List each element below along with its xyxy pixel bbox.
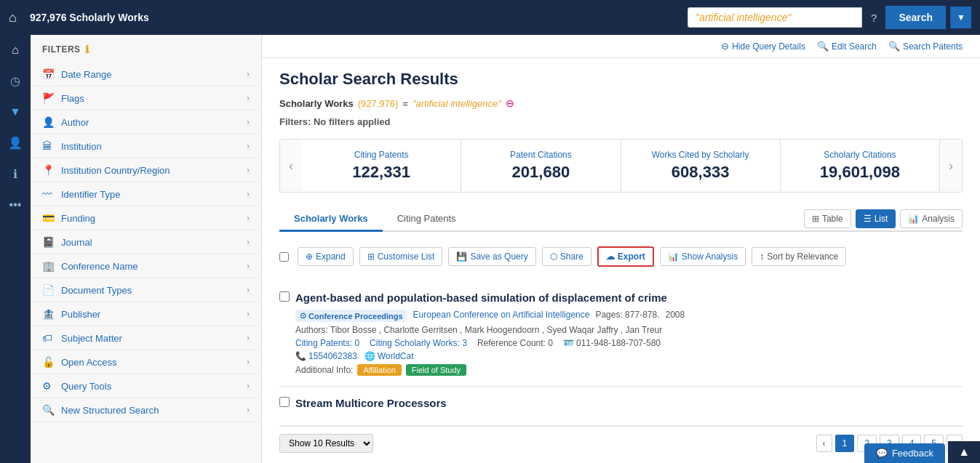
result-title-1[interactable]: Agent-based and population-based simulat… [295,291,685,304]
page-1-button[interactable]: 1 [835,435,855,452]
sidebar-item-institution[interactable]: 🏛 Institution › [31,134,261,158]
search-button[interactable]: Search [885,6,946,29]
stat-works-cited: Works Cited by Scholarly 608,333 [621,140,781,192]
breadcrumb-query: "artificial intelligence" [413,98,501,109]
show-analysis-button[interactable]: 📊 Show Analysis [660,247,746,266]
result-extras-1: 📞 1554062383 🌐 WorldCat [295,351,685,361]
prev-page-button[interactable]: ‹ [816,435,832,452]
badge-affiliation-1: Affiliation [357,364,401,376]
remove-query-button[interactable]: ⊖ [506,97,514,109]
chevron-icon-11: › [247,333,250,343]
sidebar-item-query-tools[interactable]: ⚙ Query Tools › [31,374,261,398]
chevron-icon-5: › [247,189,250,199]
sidebar-item-publisher[interactable]: 🏦 Publisher › [31,302,261,326]
sort-relevance-button[interactable]: ↕ Sort by Relevance [752,247,846,266]
filter-icon-1: 🚩 [42,92,55,104]
hide-query-details-link[interactable]: ⊖ Hide Query Details [721,41,805,52]
phone-icon-1: 📞 [295,351,306,361]
search-patents-link[interactable]: 🔍 Search Patents [888,41,963,52]
sidebar-item-new-structured-search[interactable]: 🔍 New Structured Search › [31,398,261,422]
filter-icon-8: 🏢 [42,260,55,272]
sidebar-item-author[interactable]: 👤 Author › [31,110,261,134]
nav-users-icon[interactable]: 👤 [5,133,25,153]
search-input[interactable] [688,7,862,28]
stats-next-button[interactable]: › [940,140,962,192]
chevron-icon-9: › [247,285,250,295]
worldcat-icon-1: 🌐 [364,351,375,361]
filters-label: FILTERS [42,44,81,55]
expand-button[interactable]: ⊕ Expand [298,247,354,266]
save-as-query-button[interactable]: 💾 Save as Query [448,247,535,266]
nav-info-icon[interactable]: ℹ [10,164,20,184]
help-button[interactable]: ? [867,12,881,24]
chevron-icon-0: › [247,69,250,79]
sidebar-item-date-range[interactable]: 📅 Date Range › [31,63,261,86]
sidebar-item-journal[interactable]: 📓 Journal › [31,230,261,254]
analysis-view-button[interactable]: 📊 Analysis [900,209,963,228]
sidebar-item-identifier-type[interactable]: 〰 Identifier Type › [31,182,261,206]
result-checkbox-1[interactable] [279,291,290,302]
feedback-button[interactable]: 💬 Feedback [864,443,945,463]
view-buttons: ⊞ Table ☰ List 📊 Analysis [804,209,963,228]
select-all-checkbox[interactable] [279,252,289,262]
filter-label-8: Conference Name [61,261,138,272]
result-year-1: 2008 [666,310,685,320]
result-worldcat-1[interactable]: 🌐 WorldCat [364,351,414,361]
nav-filter-icon[interactable]: ▼ [7,102,24,121]
nav-home-icon[interactable]: ⌂ [9,41,22,60]
filter-icon-6: 💳 [42,212,55,224]
filter-label-14: New Structured Search [61,405,159,416]
result-pages-1: Pages: 877-878. [595,310,659,320]
citing-patents-link-1[interactable]: Citing Patents: 0 [295,338,359,348]
pagination-bar: Show 10 Results Show 25 Results Show 50 … [279,426,963,457]
citing-scholarly-link-1[interactable]: Citing Scholarly Works: 3 [370,338,467,348]
result-header-2: Stream Multicore Processors [279,397,963,415]
stats-prev-button[interactable]: ‹ [280,140,302,192]
tab-scholarly-works[interactable]: Scholarly Works [279,207,383,232]
filter-icon-9: 📄 [42,284,55,296]
id-icon-1: 🪪 [563,338,574,348]
nav-history-icon[interactable]: ◷ [7,71,23,91]
sidebar-item-document-types[interactable]: 📄 Document Types › [31,278,261,302]
chevron-icon-8: › [247,261,250,271]
identifier-1: 🪪 011-948-188-707-580 [563,338,661,348]
result-id1-1[interactable]: 📞 1554062383 [295,351,357,361]
result-title-2[interactable]: Stream Multicore Processors [295,397,447,409]
hide-icon: ⊖ [721,41,729,52]
search-bar: ? Search ▼ [688,6,971,29]
sidebar-item-subject-matter[interactable]: 🏷 Subject Matter › [31,326,261,350]
stat-scholarly-citations: Scholarly Citations 19,601,098 [781,140,940,192]
feedback-icon: 💬 [876,448,888,459]
nav-more-icon[interactable]: ••• [7,196,25,214]
chevron-icon-13: › [247,381,250,391]
result-checkbox-2[interactable] [279,397,290,407]
breadcrumb: Scholarly Works (927,976) = "artificial … [279,97,963,109]
share-button[interactable]: ⬡ Share [542,247,591,266]
stat-citing-patents: Citing Patents 122,331 [302,140,461,192]
sidebar-item-institution-country-region[interactable]: 📍 Institution Country/Region › [31,158,261,182]
query-bar: ⊖ Hide Query Details 🔍 Edit Search 🔍 Sea… [262,35,980,58]
edit-icon: 🔍 [817,41,829,52]
customise-list-button[interactable]: ⊞ Customise List [359,247,443,266]
sidebar-item-open-access[interactable]: 🔓 Open Access › [31,350,261,374]
edit-search-link[interactable]: 🔍 Edit Search [817,41,877,52]
sidebar-item-flags[interactable]: 🚩 Flags › [31,86,261,110]
sidebar-item-funding[interactable]: 💳 Funding › [31,206,261,230]
search-dropdown-button[interactable]: ▼ [950,7,971,28]
export-button[interactable]: ☁ Export [597,246,654,267]
tabs-row: Scholarly Works Citing Patents ⊞ Table ☰… [279,207,963,232]
page-size-select[interactable]: Show 10 Results Show 25 Results Show 50 … [279,434,373,453]
table-view-button[interactable]: ⊞ Table [804,209,851,228]
sidebar-item-conference-name[interactable]: 🏢 Conference Name › [31,254,261,278]
chevron-icon-1: › [247,93,250,103]
result-item-2: Stream Multicore Processors [279,387,963,426]
tab-citing-patents[interactable]: Citing Patents [383,207,471,232]
chevron-icon-7: › [247,237,250,247]
filters-info-icon[interactable]: ℹ [85,44,89,55]
result-source-link-1[interactable]: European Conference on Artificial Intell… [413,310,590,320]
home-icon[interactable]: ⌂ [9,10,17,25]
list-view-button[interactable]: ☰ List [856,209,896,228]
main-inner: Scholar Search Results Scholarly Works (… [262,58,980,463]
scroll-top-button[interactable]: ▲ [948,441,980,463]
top-nav: ⌂ 927,976 Scholarly Works ? Search ▼ [0,0,980,35]
